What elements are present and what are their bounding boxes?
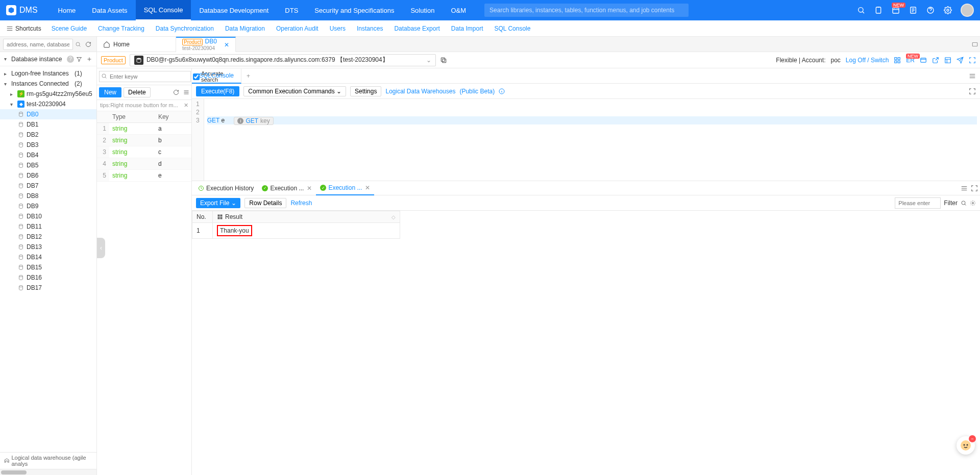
subnav-users[interactable]: Users bbox=[330, 25, 346, 32]
settings-icon[interactable] bbox=[943, 6, 952, 15]
sidebar-footer[interactable]: Logical data warehouse (agile analys bbox=[0, 452, 96, 469]
subnav-data-import[interactable]: Data Import bbox=[451, 25, 483, 32]
tree-instance-2[interactable]: ▾ ◆ test-20230904 bbox=[0, 99, 96, 109]
window-icon[interactable] bbox=[920, 57, 927, 64]
export-file-button[interactable]: Export File ⌄ bbox=[196, 198, 240, 208]
grid-icon[interactable] bbox=[894, 57, 901, 64]
autocomplete-hint[interactable]: i GET key bbox=[234, 117, 273, 125]
shortcuts-button[interactable]: Shortcuts bbox=[6, 25, 41, 32]
tree-db-db9[interactable]: DB9 bbox=[0, 201, 96, 211]
key-search-input[interactable] bbox=[99, 71, 191, 82]
tab-collapse-icon[interactable] bbox=[970, 37, 980, 52]
user-avatar[interactable] bbox=[961, 4, 974, 17]
external-link-icon[interactable] bbox=[932, 57, 939, 64]
expand-icon[interactable] bbox=[971, 185, 978, 192]
subnav-sql-console[interactable]: SQL Console bbox=[495, 25, 531, 32]
clipboard-icon[interactable] bbox=[874, 6, 883, 15]
key-row[interactable]: 5stringe bbox=[97, 170, 191, 182]
top-menu-security-and-specifications[interactable]: Security and Specifications bbox=[306, 0, 402, 20]
tree-db-db6[interactable]: DB6 bbox=[0, 170, 96, 181]
settings-button[interactable]: Settings bbox=[350, 86, 381, 96]
top-menu-data-assets[interactable]: Data Assets bbox=[84, 0, 135, 20]
copy-icon[interactable] bbox=[440, 57, 447, 64]
top-menu-solution[interactable]: Solution bbox=[402, 0, 443, 20]
app-logo[interactable]: DMS bbox=[6, 5, 38, 15]
sort-icon[interactable]: ◇ bbox=[391, 214, 396, 220]
new-button[interactable]: New bbox=[99, 87, 121, 97]
key-row[interactable]: 2stringb bbox=[97, 135, 191, 146]
help-icon[interactable] bbox=[926, 6, 935, 15]
col-no[interactable]: No. bbox=[192, 211, 213, 223]
common-commands-button[interactable]: Common Execution Commands ⌄ bbox=[243, 86, 346, 96]
top-menu-database-development[interactable]: Database Development bbox=[191, 0, 277, 20]
tree-db-db1[interactable]: DB1 bbox=[0, 119, 96, 130]
refresh-icon[interactable] bbox=[173, 89, 179, 95]
subnav-instances[interactable]: Instances bbox=[357, 25, 383, 32]
tree-db-db4[interactable]: DB4 bbox=[0, 150, 96, 160]
subnav-operation-audit[interactable]: Operation Audit bbox=[276, 25, 318, 32]
result-row[interactable]: 1Thank-you bbox=[192, 223, 400, 239]
editor-menu-icon[interactable] bbox=[965, 72, 980, 80]
settings-icon[interactable] bbox=[970, 200, 976, 206]
subnav-database-export[interactable]: Database Export bbox=[394, 25, 439, 32]
menu-icon[interactable] bbox=[183, 89, 189, 95]
refresh-icon[interactable] bbox=[85, 41, 93, 47]
key-row[interactable]: 4stringd bbox=[97, 158, 191, 170]
send-icon[interactable] bbox=[957, 57, 964, 64]
filter-input[interactable] bbox=[895, 197, 941, 209]
filter-icon[interactable] bbox=[76, 56, 82, 62]
sidebar-collapse-handle[interactable]: ‹ bbox=[97, 238, 105, 258]
chatbot-button[interactable]: − bbox=[957, 436, 975, 455]
tree-db-db2[interactable]: DB2 bbox=[0, 130, 96, 140]
er-button[interactable]: ER NEW bbox=[906, 57, 915, 64]
col-result[interactable]: Result ◇ bbox=[213, 211, 400, 223]
expand-icon[interactable] bbox=[969, 88, 976, 95]
global-search-input[interactable] bbox=[484, 4, 689, 17]
result-tab-history[interactable]: Execution History bbox=[194, 181, 258, 195]
add-tab-icon[interactable]: + bbox=[241, 72, 255, 80]
calendar-icon[interactable]: NEW bbox=[891, 6, 900, 15]
tree-db-db15[interactable]: DB15 bbox=[0, 262, 96, 272]
top-menu-dts[interactable]: DTS bbox=[277, 0, 306, 20]
caret-down-icon[interactable]: ▾ bbox=[4, 56, 9, 62]
tree-db-db11[interactable]: DB11 bbox=[0, 221, 96, 232]
tree-db-db7[interactable]: DB7 bbox=[0, 181, 96, 191]
tree-instances-connected[interactable]: ▾ Instances Connected (2) bbox=[0, 79, 96, 89]
key-row[interactable]: 3stringc bbox=[97, 146, 191, 158]
tree-db-db12[interactable]: DB12 bbox=[0, 232, 96, 242]
logical-dw-link[interactable]: Logical Data Warehouses bbox=[385, 88, 455, 95]
result-tab-exec-2[interactable]: ✓ Execution ... ✕ bbox=[316, 182, 374, 195]
col-key[interactable]: Key bbox=[155, 111, 191, 123]
horizontal-scrollbar[interactable] bbox=[0, 469, 96, 475]
subnav-scene-guide[interactable]: Scene Guide bbox=[52, 25, 87, 32]
tree-db-db3[interactable]: DB3 bbox=[0, 140, 96, 150]
subnav-data-migration[interactable]: Data Migration bbox=[225, 25, 265, 32]
search-icon[interactable] bbox=[75, 41, 83, 47]
help-icon[interactable]: ? bbox=[67, 56, 74, 63]
fullscreen-icon[interactable] bbox=[969, 57, 976, 64]
tree-instance-1[interactable]: ▸ ⚡ rm-gs5gu4tzz2my56eu5 bbox=[0, 89, 96, 99]
top-menu-sql-console[interactable]: SQL Console bbox=[136, 0, 191, 20]
col-type[interactable]: Type bbox=[109, 111, 155, 123]
checklist-icon[interactable] bbox=[909, 6, 918, 15]
tree-db-db14[interactable]: DB14 bbox=[0, 252, 96, 262]
code-editor[interactable]: 1 2 3 i GET key GET e bbox=[192, 99, 980, 181]
tree-logon-free[interactable]: ▸ Logon-free Instances (1) bbox=[0, 68, 96, 79]
execute-button[interactable]: Execute(F8) bbox=[196, 86, 239, 96]
tab-home[interactable]: Home bbox=[97, 37, 176, 52]
address-search-input[interactable] bbox=[3, 39, 73, 50]
refresh-link[interactable]: Refresh bbox=[290, 199, 312, 207]
close-icon[interactable]: ✕ bbox=[224, 41, 229, 48]
connection-select[interactable]: DB0@r-gs5u6x8xuwywt0q8qn.redis.singapore… bbox=[130, 54, 436, 66]
top-menu-home[interactable]: Home bbox=[50, 0, 84, 20]
delete-button[interactable]: Delete bbox=[124, 87, 151, 97]
subnav-data-synchronization[interactable]: Data Synchronization bbox=[156, 25, 214, 32]
close-icon[interactable]: ✕ bbox=[307, 185, 312, 192]
key-row[interactable]: 1stringa bbox=[97, 123, 191, 135]
top-menu-o-m[interactable]: O&M bbox=[443, 0, 474, 20]
tree-db-db13[interactable]: DB13 bbox=[0, 242, 96, 252]
subnav-change-tracking[interactable]: Change Tracking bbox=[98, 25, 144, 32]
plus-icon[interactable] bbox=[86, 56, 92, 62]
editor-tab-sqlconsole[interactable]: SQLConsole bbox=[192, 69, 241, 84]
tree-db-db16[interactable]: DB16 bbox=[0, 272, 96, 283]
